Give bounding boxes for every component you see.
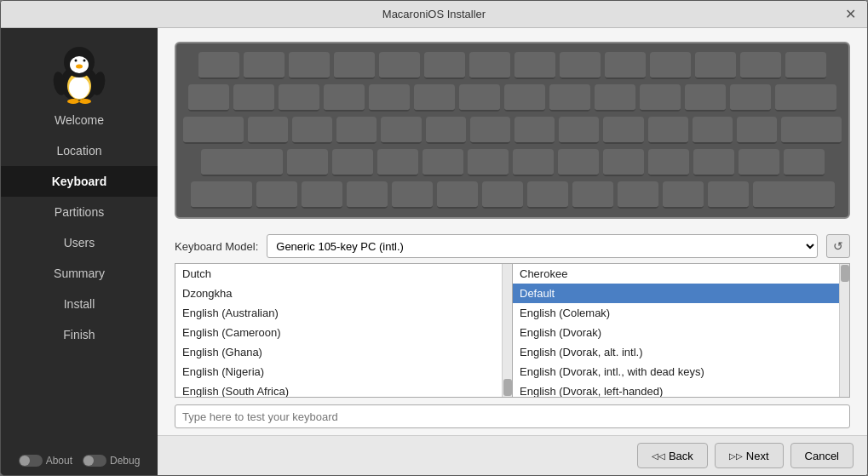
- key-g: [468, 149, 509, 176]
- keyboard-test-input[interactable]: [175, 404, 850, 428]
- key-4: [369, 84, 410, 112]
- keyboard-model-row: Keyboard Model: Generic 105-key PC (intl…: [158, 229, 867, 263]
- key-shift-l: [191, 181, 252, 209]
- window-title: MacaroniOS Installer: [382, 8, 486, 20]
- list-item[interactable]: English (Ghana): [175, 342, 502, 362]
- sidebar-footer: About Debug: [10, 446, 149, 475]
- list-item[interactable]: Cherokee: [513, 264, 839, 284]
- key-o: [603, 117, 643, 144]
- list-item[interactable]: English (Dvorak): [513, 323, 839, 342]
- key-semicolon: [693, 149, 734, 176]
- svg-point-9: [76, 65, 83, 69]
- sidebar-item-install[interactable]: Install: [1, 289, 158, 319]
- key-f3: [334, 52, 375, 79]
- key-row-4: [183, 149, 842, 176]
- key-minus: [685, 84, 726, 112]
- key-hash: [784, 149, 825, 176]
- key-1: [233, 84, 274, 112]
- key-slash: [708, 181, 749, 209]
- key-s: [332, 149, 373, 176]
- list-item[interactable]: English (Cameroon): [175, 323, 502, 342]
- next-button[interactable]: ▷▷ Next: [715, 443, 784, 468]
- key-f6: [469, 52, 510, 79]
- key-shift-r: [753, 181, 835, 209]
- sidebar-item-location[interactable]: Location: [1, 135, 158, 166]
- key-e: [336, 117, 377, 144]
- key-j: [558, 149, 599, 176]
- key-a: [287, 149, 328, 176]
- cancel-button[interactable]: Cancel: [790, 443, 854, 468]
- key-h: [513, 149, 554, 176]
- list-item[interactable]: English (Nigeria): [175, 362, 502, 381]
- debug-item[interactable]: Debug: [83, 455, 140, 467]
- svg-point-2: [69, 77, 89, 99]
- sidebar-item-summary[interactable]: Summary: [1, 258, 158, 289]
- logo: [45, 37, 113, 105]
- key-f1: [244, 52, 285, 79]
- key-m: [572, 181, 613, 209]
- list-item[interactable]: Dutch: [175, 264, 502, 284]
- main-content: Keyboard Model: Generic 105-key PC (intl…: [158, 28, 867, 475]
- key-row-2: [183, 84, 842, 112]
- refresh-button[interactable]: ↺: [826, 234, 850, 258]
- key-p: [648, 117, 688, 144]
- list-item[interactable]: English (Colemak): [513, 303, 839, 323]
- keyboard-model-select[interactable]: Generic 105-key PC (intl.): [267, 234, 818, 258]
- key-2: [279, 84, 319, 112]
- key-f5: [424, 52, 465, 79]
- key-backtick: [188, 84, 229, 112]
- key-backslash: [256, 181, 297, 209]
- key-f: [423, 149, 463, 176]
- list-item[interactable]: English (Dvorak, intl., with dead keys): [513, 362, 839, 381]
- variant-list-scroll-wrapper: Cherokee Default English (Colemak) Engli…: [513, 264, 849, 397]
- key-8: [549, 84, 590, 112]
- key-9: [595, 84, 635, 112]
- variant-scrollbar[interactable]: [839, 264, 849, 397]
- key-x: [347, 181, 388, 209]
- key-caps: [201, 149, 283, 176]
- key-k: [603, 149, 644, 176]
- key-i: [559, 117, 599, 144]
- list-item[interactable]: English (South Africa): [175, 381, 502, 397]
- key-r: [381, 117, 421, 144]
- debug-toggle[interactable]: [83, 455, 106, 467]
- key-y: [470, 117, 510, 144]
- key-w: [292, 117, 332, 144]
- list-item[interactable]: English (Dvorak, left-handed): [513, 381, 839, 397]
- svg-point-13: [79, 99, 91, 104]
- key-lbracket: [693, 117, 733, 144]
- about-item[interactable]: About: [19, 455, 72, 467]
- list-item[interactable]: English (Dvorak, alt. intl.): [513, 342, 839, 362]
- sidebar-item-partitions[interactable]: Partitions: [1, 197, 158, 227]
- key-f4: [379, 52, 420, 79]
- variant-list-scroll[interactable]: Cherokee Default English (Colemak) Engli…: [513, 264, 839, 397]
- key-5: [414, 84, 455, 112]
- list-item[interactable]: Dzongkha: [175, 284, 502, 303]
- list-item[interactable]: English (Australian): [175, 303, 502, 323]
- sidebar-item-finish[interactable]: Finish: [1, 319, 158, 350]
- sidebar-item-keyboard[interactable]: Keyboard: [1, 166, 158, 197]
- list-item-selected[interactable]: Default: [513, 284, 839, 303]
- key-t: [426, 117, 466, 144]
- close-button[interactable]: ✕: [842, 6, 859, 23]
- key-rbracket: [737, 117, 777, 144]
- key-6: [459, 84, 500, 112]
- key-l: [648, 149, 689, 176]
- about-toggle[interactable]: [19, 455, 43, 467]
- key-tab: [183, 117, 244, 144]
- scrollbar-thumb: [841, 265, 849, 282]
- sidebar-item-welcome[interactable]: Welcome: [1, 105, 158, 135]
- key-enter: [781, 117, 842, 144]
- sidebar-item-users[interactable]: Users: [1, 227, 158, 258]
- keyboard-test-area: [158, 398, 867, 435]
- key-equals: [730, 84, 771, 112]
- key-f10: [650, 52, 691, 79]
- key-f8: [560, 52, 601, 79]
- layout-list-scroll[interactable]: Dutch Dzongkha English (Australian) Engl…: [175, 264, 502, 397]
- key-period: [663, 181, 704, 209]
- key-backspace: [775, 84, 836, 112]
- key-n: [527, 181, 568, 209]
- back-button[interactable]: ◁◁ Back: [637, 443, 708, 468]
- layout-scrollbar[interactable]: [502, 264, 512, 397]
- sidebar-nav: Welcome Location Keyboard Partitions Use…: [1, 105, 158, 350]
